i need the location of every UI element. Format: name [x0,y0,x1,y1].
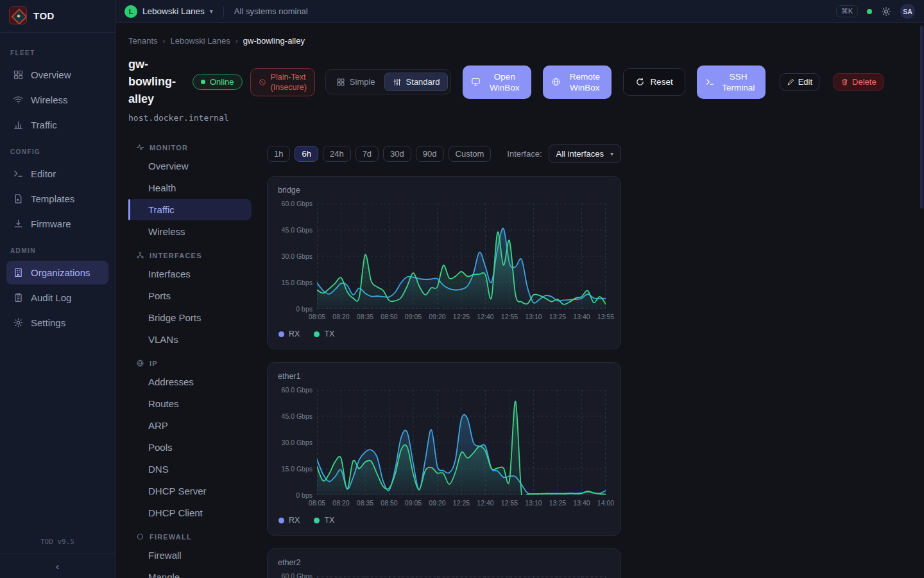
x-axis-label: 08:35 [357,313,373,320]
x-axis-label: 13:25 [549,499,566,507]
sidebar-section-fleet: FLEET [10,49,105,57]
delete-button[interactable]: Delete [834,73,884,91]
y-axis-label: 60.0 Gbps [271,200,312,207]
subnav-item-bridge-ports[interactable]: Bridge Ports [128,307,252,328]
chart-title: ether2 [278,558,300,567]
subnav-item-firewall[interactable]: Firewall [128,545,252,566]
activity-icon [136,143,144,152]
subnav-item-wireless[interactable]: Wireless [128,221,252,242]
range-24h-button[interactable]: 24h [323,146,351,162]
system-status-text: All systems nominal [234,6,308,16]
chart-title: bridge [278,186,300,195]
subnav-item-overview[interactable]: Overview [128,155,252,177]
range-1h-button[interactable]: 1h [267,146,290,162]
primary-sidebar: TOD FLEETOverviewWirelessTrafficCONFIGEd… [0,0,116,578]
insecure-badge: Plain-Text (Insecure) [250,68,315,96]
mode-simple-button[interactable]: Simple [329,73,383,91]
sidebar-item-overview[interactable]: Overview [6,63,108,87]
pencil-icon [787,78,795,86]
reset-label: Reset [650,77,672,87]
open-winbox-button[interactable]: Open WinBox [463,66,531,99]
subnav-item-ports[interactable]: Ports [128,285,252,306]
subnav-item-pools[interactable]: Pools [128,437,252,458]
sidebar-collapse-button[interactable]: ‹ [0,554,115,578]
y-axis-label: 60.0 Gbps [271,386,312,394]
x-axis-label: 09:20 [429,313,445,320]
sidebar-item-templates[interactable]: Templates [6,187,108,211]
x-axis-label: 09:05 [405,313,422,320]
breadcrumb-tenants[interactable]: Tenants [128,36,158,46]
bar-chart-icon [13,119,24,130]
building-icon [13,267,24,278]
sidebar-section-config: CONFIG [10,148,105,155]
range-90d-button[interactable]: 90d [416,146,444,162]
terminal-icon [13,168,24,179]
subnav-item-interfaces[interactable]: Interfaces [128,263,252,285]
sidebar-item-label: Traffic [31,119,57,130]
x-axis-label: 08:05 [309,499,325,507]
theme-toggle-sun-icon[interactable] [881,6,891,17]
subnav-item-addresses[interactable]: Addresses [128,371,252,392]
tenant-switcher[interactable]: L Lebowski Lanes ▾ [124,5,213,18]
subnav-item-mangle[interactable]: Mangle [128,566,252,578]
traffic-panel: 1h6h24h7d30d90dCustom Interface: All int… [267,134,621,578]
range-custom-button[interactable]: Custom [449,146,492,162]
subnav-item-arp[interactable]: ARP [128,415,252,436]
subnav-item-dns[interactable]: DNS [128,459,252,480]
sidebar-item-firmware[interactable]: Firmware [6,212,108,236]
globe-icon [136,359,144,367]
edit-button[interactable]: Edit [780,73,819,91]
subnav-item-vlans[interactable]: VLANs [128,329,252,350]
breadcrumb-tenant[interactable]: Lebowski Lanes [171,36,230,46]
circle-icon [136,532,144,541]
sidebar-item-traffic[interactable]: Traffic [6,113,108,137]
command-palette-shortcut[interactable]: ⌘K [836,5,858,17]
y-axis-label: 45.0 Gbps [271,226,312,234]
brand: TOD [0,0,115,33]
y-axis-label: 0 bps [271,305,312,313]
subnav-item-dhcp-client[interactable]: DHCP Client [128,502,252,523]
subnav-item-health[interactable]: Health [128,177,252,198]
app-logo-icon [9,6,27,24]
sidebar-footer: TOD v9.5 ‹ [0,531,115,578]
user-avatar[interactable]: SA [900,4,915,19]
legend-dot-icon [314,518,320,523]
range-7d-button[interactable]: 7d [355,146,379,162]
sidebar-item-organizations[interactable]: Organizations [6,261,108,285]
subnav-item-dhcp-server[interactable]: DHCP Server [128,480,252,502]
gear-icon [13,317,24,328]
chart-card-bridge: bridge60.0 Gbps45.0 Gbps30.0 Gbps15.0 Gb… [267,176,621,349]
sidebar-item-wireless[interactable]: Wireless [6,88,108,112]
y-axis-label: 60.0 Gbps [271,572,312,578]
sidebar-item-label: Editor [31,168,56,179]
interface-select[interactable]: All interfaces ▾ [549,144,621,163]
sidebar-item-label: Overview [31,69,71,80]
terminal-icon [705,77,715,87]
scrollbar-thumb[interactable] [920,26,923,209]
subnav-item-traffic[interactable]: Traffic [128,199,252,220]
y-axis-label: 45.0 Gbps [271,412,312,420]
delete-label: Delete [852,77,877,87]
reset-button[interactable]: Reset [623,68,685,96]
ssh-terminal-button[interactable]: SSH Terminal [697,66,766,99]
sidebar-item-settings[interactable]: Settings [6,311,108,335]
sidebar-item-editor[interactable]: Editor [6,162,108,186]
remote-winbox-button[interactable]: Remote WinBox [543,66,612,99]
range-30d-button[interactable]: 30d [383,146,411,162]
range-6h-button[interactable]: 6h [295,146,318,162]
sidebar-section-admin: ADMIN [10,247,105,254]
sidebar-item-label: Wireless [31,94,68,105]
ssh-terminal-label: SSH Terminal [720,71,757,93]
x-axis-label: 12:25 [453,313,470,320]
x-axis-label: 12:40 [477,499,493,507]
time-range-group: 1h6h24h7d30d90dCustom [267,146,495,162]
view-mode-toggle: Simple Standard [325,69,452,94]
sidebar-item-audit-log[interactable]: Audit Log [6,286,108,310]
subnav-item-routes[interactable]: Routes [128,393,252,414]
mode-standard-button[interactable]: Standard [384,73,449,91]
device-header: gw-bowling-alley Online Plain-Text (Inse… [128,56,924,108]
insecure-label: Plain-Text (Insecure) [271,72,307,92]
x-axis-label: 12:55 [501,313,518,320]
monitor-icon [471,77,481,87]
online-label: Online [210,77,234,87]
